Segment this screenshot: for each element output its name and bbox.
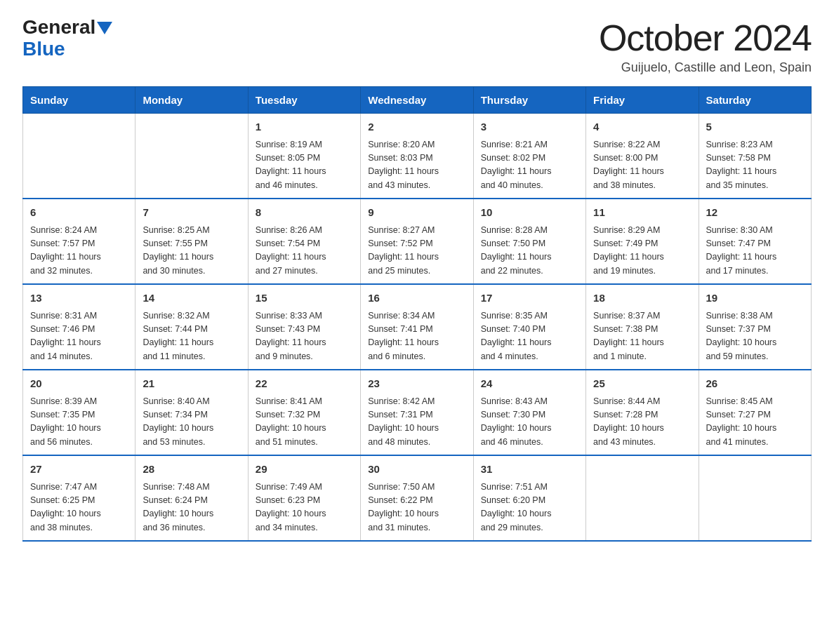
day-info: Sunrise: 8:23 AM Sunset: 7:58 PM Dayligh… [706,138,804,193]
day-number: 19 [706,290,804,307]
day-info: Sunrise: 8:39 AM Sunset: 7:35 PM Dayligh… [30,395,128,450]
calendar-cell: 17Sunrise: 8:35 AM Sunset: 7:40 PM Dayli… [473,284,585,370]
calendar-cell [586,455,699,541]
logo: General Blue [22,17,112,60]
day-info: Sunrise: 8:22 AM Sunset: 8:00 PM Dayligh… [593,138,691,193]
calendar-cell: 14Sunrise: 8:32 AM Sunset: 7:44 PM Dayli… [135,284,248,370]
day-number: 28 [143,462,240,478]
calendar-cell: 7Sunrise: 8:25 AM Sunset: 7:55 PM Daylig… [135,199,248,284]
calendar-week-4: 20Sunrise: 8:39 AM Sunset: 7:35 PM Dayli… [23,370,812,455]
page-header: General Blue October 2024 Guijuelo, Cast… [22,17,812,75]
day-number: 25 [593,376,691,392]
calendar-cell: 18Sunrise: 8:37 AM Sunset: 7:38 PM Dayli… [586,284,699,370]
day-info: Sunrise: 8:24 AM Sunset: 7:57 PM Dayligh… [30,224,128,279]
day-number: 11 [593,205,691,221]
day-number: 2 [368,119,465,135]
weekday-header-thursday: Thursday [473,87,585,114]
title-block: October 2024 Guijuelo, Castille and Leon… [599,17,812,75]
day-number: 16 [368,290,465,307]
day-number: 8 [256,205,353,221]
day-info: Sunrise: 8:42 AM Sunset: 7:31 PM Dayligh… [368,395,465,450]
day-number: 30 [368,462,465,478]
day-info: Sunrise: 8:35 AM Sunset: 7:40 PM Dayligh… [481,309,578,364]
calendar-cell: 6Sunrise: 8:24 AM Sunset: 7:57 PM Daylig… [23,199,135,284]
calendar-cell: 23Sunrise: 8:42 AM Sunset: 7:31 PM Dayli… [361,370,473,455]
calendar-cell: 28Sunrise: 7:48 AM Sunset: 6:24 PM Dayli… [135,455,248,541]
day-number: 7 [143,205,240,221]
day-number: 20 [30,376,128,392]
calendar-cell: 9Sunrise: 8:27 AM Sunset: 7:52 PM Daylig… [361,199,473,284]
svg-marker-0 [97,22,112,34]
day-number: 26 [706,376,804,392]
day-info: Sunrise: 8:19 AM Sunset: 8:05 PM Dayligh… [256,138,353,193]
logo-triangle-icon [97,22,112,34]
day-info: Sunrise: 7:48 AM Sunset: 6:24 PM Dayligh… [143,481,240,535]
calendar-cell: 24Sunrise: 8:43 AM Sunset: 7:30 PM Dayli… [473,370,585,455]
calendar-cell: 16Sunrise: 8:34 AM Sunset: 7:41 PM Dayli… [361,284,473,370]
calendar-cell [135,114,248,199]
day-number: 12 [706,205,804,221]
calendar-cell: 5Sunrise: 8:23 AM Sunset: 7:58 PM Daylig… [699,114,811,199]
day-number: 9 [368,205,465,221]
day-info: Sunrise: 8:30 AM Sunset: 7:47 PM Dayligh… [706,224,804,279]
day-info: Sunrise: 8:27 AM Sunset: 7:52 PM Dayligh… [368,224,465,279]
calendar-cell: 30Sunrise: 7:50 AM Sunset: 6:22 PM Dayli… [361,455,473,541]
day-info: Sunrise: 8:21 AM Sunset: 8:02 PM Dayligh… [481,138,578,193]
calendar-cell: 3Sunrise: 8:21 AM Sunset: 8:02 PM Daylig… [473,114,585,199]
calendar-cell: 27Sunrise: 7:47 AM Sunset: 6:25 PM Dayli… [23,455,135,541]
weekday-header-sunday: Sunday [23,87,135,114]
calendar-week-2: 6Sunrise: 8:24 AM Sunset: 7:57 PM Daylig… [23,199,812,284]
calendar-cell [23,114,135,199]
day-info: Sunrise: 8:37 AM Sunset: 7:38 PM Dayligh… [593,309,691,364]
calendar-cell: 15Sunrise: 8:33 AM Sunset: 7:43 PM Dayli… [248,284,360,370]
day-info: Sunrise: 8:41 AM Sunset: 7:32 PM Dayligh… [256,395,353,450]
main-title: October 2024 [599,17,812,59]
day-info: Sunrise: 8:25 AM Sunset: 7:55 PM Dayligh… [143,224,240,279]
day-info: Sunrise: 7:51 AM Sunset: 6:20 PM Dayligh… [481,481,578,535]
day-number: 15 [256,290,353,307]
day-number: 23 [368,376,465,392]
day-info: Sunrise: 7:49 AM Sunset: 6:23 PM Dayligh… [256,481,353,535]
day-info: Sunrise: 8:32 AM Sunset: 7:44 PM Dayligh… [143,309,240,364]
calendar-cell: 13Sunrise: 8:31 AM Sunset: 7:46 PM Dayli… [23,284,135,370]
day-info: Sunrise: 8:44 AM Sunset: 7:28 PM Dayligh… [593,395,691,450]
calendar-cell: 21Sunrise: 8:40 AM Sunset: 7:34 PM Dayli… [135,370,248,455]
day-number: 24 [481,376,578,392]
calendar-cell: 26Sunrise: 8:45 AM Sunset: 7:27 PM Dayli… [699,370,811,455]
day-info: Sunrise: 8:34 AM Sunset: 7:41 PM Dayligh… [368,309,465,364]
calendar-cell: 4Sunrise: 8:22 AM Sunset: 8:00 PM Daylig… [586,114,699,199]
day-info: Sunrise: 8:43 AM Sunset: 7:30 PM Dayligh… [481,395,578,450]
calendar-week-5: 27Sunrise: 7:47 AM Sunset: 6:25 PM Dayli… [23,455,812,541]
calendar-cell: 31Sunrise: 7:51 AM Sunset: 6:20 PM Dayli… [473,455,585,541]
day-info: Sunrise: 8:33 AM Sunset: 7:43 PM Dayligh… [256,309,353,364]
weekday-header-friday: Friday [586,87,699,114]
calendar-cell: 22Sunrise: 8:41 AM Sunset: 7:32 PM Dayli… [248,370,360,455]
subtitle: Guijuelo, Castille and Leon, Spain [599,60,812,75]
calendar-header: SundayMondayTuesdayWednesdayThursdayFrid… [23,87,812,114]
day-info: Sunrise: 7:47 AM Sunset: 6:25 PM Dayligh… [30,481,128,535]
day-number: 10 [481,205,578,221]
day-info: Sunrise: 8:45 AM Sunset: 7:27 PM Dayligh… [706,395,804,450]
calendar-cell: 29Sunrise: 7:49 AM Sunset: 6:23 PM Dayli… [248,455,360,541]
day-info: Sunrise: 8:31 AM Sunset: 7:46 PM Dayligh… [30,309,128,364]
calendar-cell: 19Sunrise: 8:38 AM Sunset: 7:37 PM Dayli… [699,284,811,370]
day-number: 3 [481,119,578,135]
day-number: 31 [481,462,578,478]
day-info: Sunrise: 8:20 AM Sunset: 8:03 PM Dayligh… [368,138,465,193]
day-number: 4 [593,119,691,135]
day-info: Sunrise: 8:28 AM Sunset: 7:50 PM Dayligh… [481,224,578,279]
weekday-header-saturday: Saturday [699,87,811,114]
calendar-cell: 12Sunrise: 8:30 AM Sunset: 7:47 PM Dayli… [699,199,811,284]
day-number: 18 [593,290,691,307]
day-number: 22 [256,376,353,392]
calendar-week-3: 13Sunrise: 8:31 AM Sunset: 7:46 PM Dayli… [23,284,812,370]
calendar-cell [699,455,811,541]
day-info: Sunrise: 8:26 AM Sunset: 7:54 PM Dayligh… [256,224,353,279]
calendar-week-1: 1Sunrise: 8:19 AM Sunset: 8:05 PM Daylig… [23,114,812,199]
day-number: 21 [143,376,240,392]
day-number: 13 [30,290,128,307]
calendar-cell: 8Sunrise: 8:26 AM Sunset: 7:54 PM Daylig… [248,199,360,284]
logo-text-general: General [22,17,95,39]
day-number: 27 [30,462,128,478]
day-info: Sunrise: 8:38 AM Sunset: 7:37 PM Dayligh… [706,309,804,364]
